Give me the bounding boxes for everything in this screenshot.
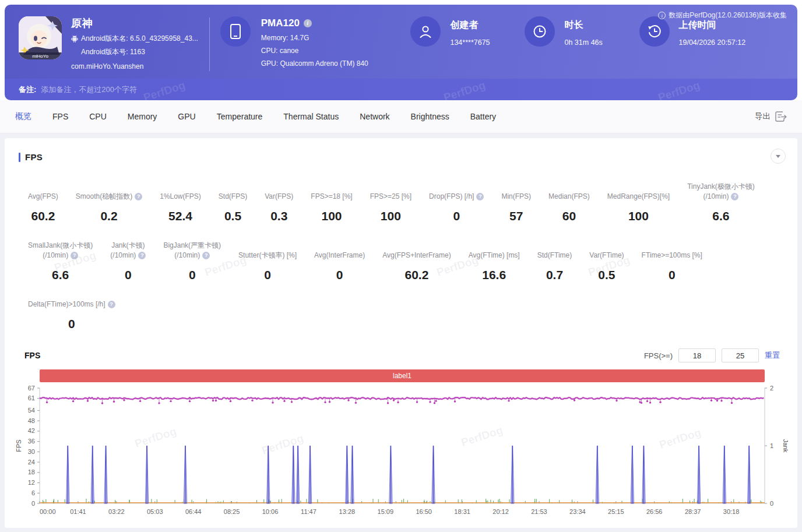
stat-label: Jank(卡顿)(/10min)? xyxy=(110,241,146,260)
stat-label: MedRange(FPS)[%] xyxy=(607,192,670,202)
collapse-section-button[interactable] xyxy=(771,149,786,164)
stat-cell: Std(FPS)0.5 xyxy=(219,192,247,223)
tab-memory[interactable]: Memory xyxy=(128,112,157,121)
help-icon[interactable]: ? xyxy=(202,252,210,259)
help-icon[interactable]: ? xyxy=(476,193,484,200)
user-icon xyxy=(410,16,441,47)
tab-battery[interactable]: Battery xyxy=(470,112,496,121)
tab-brightness[interactable]: Brightness xyxy=(411,112,449,121)
stat-cell: Var(FTime)0.5 xyxy=(589,251,624,282)
android-icon xyxy=(71,35,78,43)
tab-temperature[interactable]: Temperature xyxy=(217,112,263,121)
reset-link[interactable]: 重置 xyxy=(765,350,780,361)
stat-value: 6.6 xyxy=(687,209,755,223)
device-info-icon[interactable]: i xyxy=(304,19,312,27)
stat-cell: Var(FPS)0.3 xyxy=(265,192,293,223)
stat-label: Min(FPS) xyxy=(501,192,531,202)
stat-label: Avg(FTime) [ms] xyxy=(469,251,520,260)
tab-gpu[interactable]: GPU xyxy=(178,112,195,121)
creator-title: 创建者 xyxy=(450,19,490,31)
svg-text:42: 42 xyxy=(28,427,35,434)
stat-label: Var(FTime) xyxy=(589,251,624,260)
stat-value: 52.4 xyxy=(160,209,201,223)
stat-label: TinyJank(极微小卡顿)(/10min)? xyxy=(687,182,755,202)
svg-text:08:25: 08:25 xyxy=(224,508,240,515)
app-info-block: miHoYo 原神 Android版本名: 6. xyxy=(19,16,209,71)
fps-section-title: FPS xyxy=(25,152,43,162)
svg-text:18: 18 xyxy=(28,468,35,475)
tab-概览[interactable]: 概览 xyxy=(15,111,31,122)
svg-text:25:15: 25:15 xyxy=(608,508,624,515)
help-icon[interactable]: ? xyxy=(138,252,146,259)
stat-value: 57 xyxy=(501,209,531,223)
stat-label: Stutter(卡顿率) [%] xyxy=(238,251,297,260)
export-button[interactable]: 导出 xyxy=(755,111,787,122)
app-icon: miHoYo xyxy=(19,16,62,59)
svg-text:2: 2 xyxy=(770,385,773,392)
stats-row: Delta(FTime)>100ms [/h]?0 xyxy=(28,300,788,331)
stat-value: 60 xyxy=(548,209,590,223)
chart-region-label[interactable]: label1 xyxy=(40,369,765,382)
stat-label: FPS>=25 [%] xyxy=(370,192,411,202)
stat-value: 0 xyxy=(28,317,115,331)
upload-time-title: 上传时间 xyxy=(679,19,746,31)
stat-value: 0 xyxy=(314,268,365,282)
svg-text:28:37: 28:37 xyxy=(685,508,701,515)
help-icon[interactable]: ? xyxy=(731,193,738,200)
stat-value: 0 xyxy=(110,268,146,282)
stat-value: 0.5 xyxy=(219,209,247,223)
stat-value: 6.6 xyxy=(28,268,93,282)
app-icon-art: miHoYo xyxy=(19,16,62,59)
help-icon[interactable]: ? xyxy=(108,301,115,308)
session-header: miHoYo 原神 Android版本名: 6. xyxy=(5,5,797,100)
svg-text:26:56: 26:56 xyxy=(646,508,663,515)
info-icon[interactable]: i xyxy=(658,12,666,19)
svg-text:16:50: 16:50 xyxy=(416,508,432,515)
duration-block: 时长 0h 31m 46s xyxy=(525,16,639,47)
fps-stats-grid: Avg(FPS)60.2Smooth(稳帧指数)?0.21%Low(FPS)52… xyxy=(28,182,788,331)
svg-text:1: 1 xyxy=(770,442,773,449)
stat-cell: Avg(InterFrame)0 xyxy=(314,251,365,282)
svg-text:0: 0 xyxy=(770,500,773,507)
notes-bar: 备注: 添加备注，不超过200个字符 xyxy=(5,79,797,100)
upload-time-value: 19/04/2026 20:57:12 xyxy=(679,38,746,47)
notes-input-placeholder[interactable]: 添加备注，不超过200个字符 xyxy=(41,84,137,95)
svg-text:11:47: 11:47 xyxy=(301,508,316,515)
stat-cell: 1%Low(FPS)52.4 xyxy=(160,192,201,223)
svg-text:05:03: 05:03 xyxy=(147,508,163,515)
stat-value: 100 xyxy=(311,209,352,223)
svg-text:Jank: Jank xyxy=(782,439,788,453)
collect-info: i 数据由PerfDog(12.0.260136)版本收集 xyxy=(658,10,787,20)
stat-label: Median(FPS) xyxy=(548,192,590,202)
stat-value: 100 xyxy=(370,209,411,223)
fps-threshold-filter: FPS(>=) 重置 xyxy=(644,348,780,362)
stat-cell: Jank(卡顿)(/10min)?0 xyxy=(110,241,146,282)
svg-text:00:00: 00:00 xyxy=(40,508,56,515)
device-gpu: GPU: Qualcomm Adreno (TM) 840 xyxy=(261,59,368,68)
notes-label: 备注: xyxy=(19,84,36,95)
tab-fps[interactable]: FPS xyxy=(52,112,68,121)
fps-chart[interactable]: 061218243036424854616701200:0001:4103:22… xyxy=(14,383,788,528)
stat-value: 0.7 xyxy=(537,268,572,282)
tab-network[interactable]: Network xyxy=(360,112,389,121)
stat-cell: SmallJank(微小卡顿)(/10min)?6.6 xyxy=(28,241,93,282)
help-icon[interactable]: ? xyxy=(71,252,78,259)
help-icon[interactable]: ? xyxy=(135,193,142,200)
duration-value: 0h 31m 46s xyxy=(564,38,602,47)
stat-value: 0 xyxy=(429,209,484,223)
stat-value: 0 xyxy=(642,268,702,282)
export-icon xyxy=(775,111,787,122)
stat-cell: Delta(FTime)>100ms [/h]?0 xyxy=(28,300,115,331)
stat-cell: FPS>=18 [%]100 xyxy=(311,192,352,223)
stat-cell: MedRange(FPS)[%]100 xyxy=(607,192,670,223)
history-clock-icon xyxy=(639,16,670,47)
stat-value: 16.6 xyxy=(469,268,520,282)
svg-text:24: 24 xyxy=(28,459,35,466)
tab-thermal-status[interactable]: Thermal Status xyxy=(283,112,339,121)
tab-cpu[interactable]: CPU xyxy=(89,112,107,121)
fps-threshold-input-2[interactable] xyxy=(722,348,759,362)
svg-text:61: 61 xyxy=(28,394,35,401)
header-divider xyxy=(209,17,210,71)
fps-threshold-input-1[interactable] xyxy=(678,348,716,362)
svg-text:20:12: 20:12 xyxy=(493,508,509,515)
